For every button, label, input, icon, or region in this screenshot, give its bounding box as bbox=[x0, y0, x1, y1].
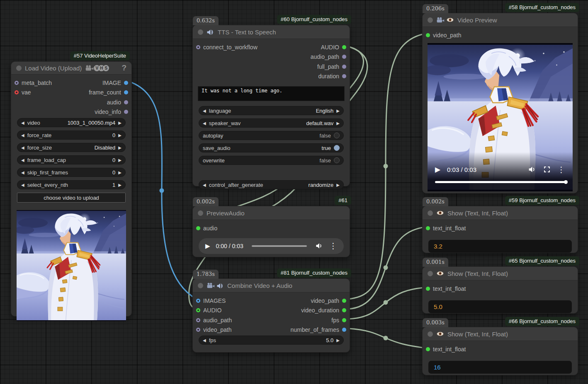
widget-force-rate[interactable]: ◀ force_rate 0 ▶ bbox=[17, 130, 126, 140]
collapse-dot[interactable] bbox=[198, 283, 203, 288]
collapse-dot[interactable] bbox=[16, 65, 22, 71]
arrow-right-icon[interactable]: ▶ bbox=[118, 158, 121, 162]
input-dot[interactable] bbox=[196, 299, 200, 303]
output-slot-full-path[interactable]: full_path bbox=[317, 63, 346, 70]
output-slot-fps[interactable]: fps bbox=[331, 317, 346, 324]
choose-video-button[interactable]: choose video to upload bbox=[17, 193, 126, 203]
input-slot-meta-batch[interactable]: meta_batch bbox=[15, 80, 52, 86]
input-slot-text-int-float[interactable]: text_int_float bbox=[426, 346, 466, 353]
input-dot[interactable] bbox=[426, 287, 430, 291]
output-slot-audio[interactable]: AUDIO bbox=[321, 44, 346, 51]
input-slot-audio-path[interactable]: audio_path bbox=[196, 317, 232, 324]
volume-icon[interactable] bbox=[315, 242, 323, 249]
arrow-left-icon[interactable]: ◀ bbox=[21, 158, 24, 162]
widget-force-size[interactable]: ◀ force_size Disabled ▶ bbox=[17, 143, 126, 152]
input-slot-text-int-float[interactable]: text_int_float bbox=[426, 285, 466, 292]
input-dot[interactable] bbox=[196, 226, 200, 230]
input-slot-text-int-float[interactable]: text_int_float bbox=[426, 225, 466, 232]
arrow-left-icon[interactable]: ◀ bbox=[21, 121, 24, 125]
widget-control-after-generate[interactable]: ◀ control_after_generate randomize ▶ bbox=[199, 180, 344, 189]
progress-knob[interactable] bbox=[564, 180, 568, 184]
arrow-right-icon[interactable]: ▶ bbox=[118, 145, 121, 150]
output-dot[interactable] bbox=[342, 74, 346, 78]
help-icon[interactable]: ? bbox=[121, 63, 126, 72]
input-slot-video-path[interactable]: video_path bbox=[426, 32, 462, 39]
input-dot[interactable] bbox=[196, 45, 200, 49]
collapse-dot[interactable] bbox=[428, 271, 433, 276]
toggle-off-icon[interactable] bbox=[334, 133, 340, 138]
output-slot-frame-count[interactable]: frame_count bbox=[89, 89, 128, 96]
output-slot-image[interactable]: IMAGE bbox=[102, 80, 128, 86]
output-dot[interactable] bbox=[342, 45, 346, 49]
play-icon[interactable]: ▶ bbox=[435, 165, 440, 174]
output-dot[interactable] bbox=[124, 110, 128, 114]
output-dot[interactable] bbox=[342, 299, 346, 303]
video-progress-bar[interactable] bbox=[435, 181, 567, 183]
arrow-right-icon[interactable]: ▶ bbox=[118, 133, 121, 138]
input-slot-connect-to-workflow[interactable]: connect_to_workflow bbox=[196, 44, 258, 51]
collapse-dot[interactable] bbox=[198, 210, 203, 216]
output-dot[interactable] bbox=[342, 318, 346, 322]
output-dot[interactable] bbox=[124, 81, 128, 85]
collapse-dot[interactable] bbox=[428, 17, 433, 23]
kebab-menu-icon[interactable]: ⋮ bbox=[557, 166, 565, 174]
output-dot[interactable] bbox=[342, 55, 346, 59]
widget-overwrite-toggle[interactable]: overwrite false bbox=[199, 156, 344, 165]
collapse-dot[interactable] bbox=[198, 29, 203, 35]
arrow-left-icon[interactable]: ◀ bbox=[21, 183, 24, 187]
arrow-right-icon[interactable]: ▶ bbox=[336, 338, 340, 343]
widget-skip-first-frames[interactable]: ◀ skip_first_frames 0 ▶ bbox=[17, 168, 126, 177]
output-dot[interactable] bbox=[342, 308, 346, 312]
input-dot[interactable] bbox=[15, 81, 19, 85]
video-player[interactable]: ▶ 0:03 / 0:03 ⋮ bbox=[428, 43, 573, 191]
arrow-left-icon[interactable]: ◀ bbox=[21, 145, 24, 150]
input-dot[interactable] bbox=[426, 347, 430, 351]
node-title-bar[interactable]: Show (Text, Int, Float) bbox=[423, 206, 578, 220]
widget-select-every-nth[interactable]: ◀ select_every_nth 1 ▶ bbox=[17, 180, 126, 189]
node-title-bar[interactable]: Show (Text, Int, Float) bbox=[423, 327, 578, 341]
output-slot-video-path[interactable]: video_path bbox=[311, 297, 346, 304]
toggle-on-icon[interactable] bbox=[334, 145, 340, 151]
arrow-left-icon[interactable]: ◀ bbox=[203, 109, 206, 113]
output-slot-audio-path[interactable]: audio_path bbox=[311, 53, 346, 60]
input-dot[interactable] bbox=[15, 90, 19, 94]
input-slot-video-path[interactable]: video_path bbox=[196, 326, 232, 333]
widget-speaker-wav[interactable]: ◀ speaker_wav default.wav ▶ bbox=[199, 118, 344, 128]
input-dot[interactable] bbox=[196, 328, 200, 332]
output-slot-audio[interactable]: audio bbox=[107, 99, 128, 106]
widget-autoplay-toggle[interactable]: autoplay false bbox=[199, 131, 344, 140]
play-icon[interactable]: ▶ bbox=[205, 242, 210, 250]
audio-player[interactable]: ▶ 0:00 / 0:03 ⋮ bbox=[199, 238, 344, 254]
widget-language[interactable]: ◀ language English ▶ bbox=[199, 106, 344, 115]
tts-text-input[interactable]: It was not a long time ago. bbox=[198, 86, 345, 101]
node-title-bar[interactable]: Show (Text, Int, Float) bbox=[423, 267, 578, 280]
arrow-left-icon[interactable]: ◀ bbox=[203, 183, 206, 187]
output-slot-video-duration[interactable]: video_duration bbox=[301, 307, 346, 314]
input-dot[interactable] bbox=[196, 318, 200, 322]
input-dot[interactable] bbox=[426, 33, 430, 37]
arrow-right-icon[interactable]: ▶ bbox=[336, 121, 340, 126]
widget-save-audio-toggle[interactable]: save_audio true bbox=[199, 143, 344, 152]
input-slot-audio[interactable]: audio bbox=[196, 225, 217, 232]
input-dot[interactable] bbox=[196, 308, 200, 312]
node-title-bar[interactable]: PreviewAudio bbox=[193, 206, 350, 220]
output-dot[interactable] bbox=[342, 65, 346, 69]
arrow-left-icon[interactable]: ◀ bbox=[21, 133, 24, 138]
arrow-right-icon[interactable]: ▶ bbox=[336, 109, 340, 113]
widget-video[interactable]: ◀ video 1003_1_00050.mp4 ▶ bbox=[17, 118, 126, 127]
collapse-dot[interactable] bbox=[428, 331, 433, 337]
arrow-right-icon[interactable]: ▶ bbox=[118, 121, 121, 125]
audio-progress-bar[interactable] bbox=[252, 245, 307, 247]
node-title-bar[interactable]: TTS - Text to Speech bbox=[193, 25, 350, 39]
output-slot-duration[interactable]: duration bbox=[318, 73, 346, 80]
collapse-dot[interactable] bbox=[428, 210, 433, 216]
arrow-right-icon[interactable]: ▶ bbox=[118, 183, 121, 187]
input-slot-images[interactable]: IMAGES bbox=[196, 297, 226, 304]
output-dot[interactable] bbox=[342, 328, 346, 332]
volume-icon[interactable] bbox=[528, 166, 537, 173]
input-slot-vae[interactable]: vae bbox=[15, 89, 31, 96]
arrow-left-icon[interactable]: ◀ bbox=[203, 338, 206, 343]
kebab-menu-icon[interactable]: ⋮ bbox=[329, 242, 337, 250]
node-title-bar[interactable]: Load Video (Upload) V H S ? bbox=[11, 62, 131, 75]
output-slot-video-info[interactable]: video_info bbox=[95, 109, 128, 115]
